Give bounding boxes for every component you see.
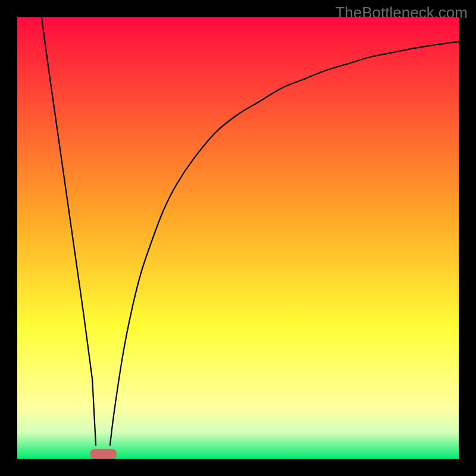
chart-frame: TheBottleneck.com <box>0 0 476 476</box>
minimum-marker <box>90 449 117 459</box>
bottleneck-chart <box>17 17 459 459</box>
gradient-background <box>17 17 459 459</box>
